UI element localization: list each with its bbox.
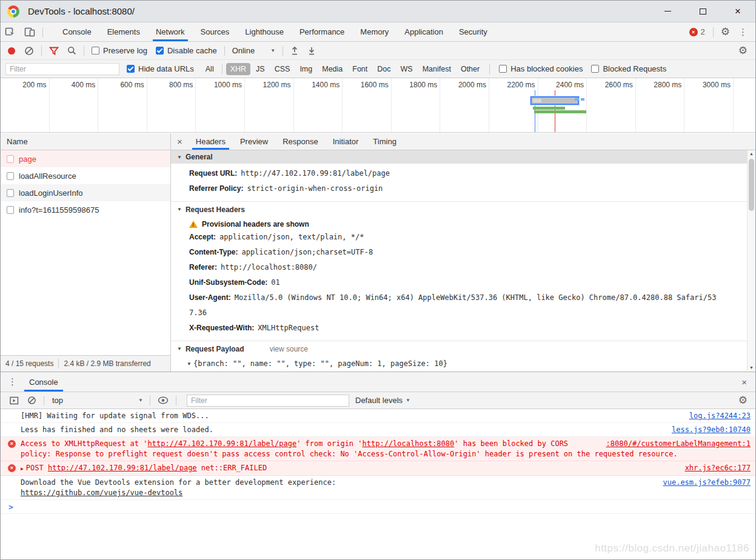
chevron-down-icon: ▼ [406,398,410,403]
requests-summary-bar: 4 / 15 requests 2.4 kB / 2.9 MB transfer… [1,355,170,372]
general-section-header[interactable]: ▼ General [171,150,747,164]
search-button[interactable] [63,42,81,59]
filter-type-xhr[interactable]: XHR [226,63,250,75]
tab-initiator[interactable]: Initiator [326,133,366,150]
drawer-menu-button[interactable]: ⋮ [1,376,23,387]
has-blocked-cookies-toggle[interactable]: Has blocked cookies [499,64,583,73]
filter-type-font[interactable]: Font [348,63,372,75]
tab-security[interactable]: Security [451,22,495,41]
maximize-button[interactable] [685,1,720,22]
waterfall-bar[interactable] [581,98,584,101]
console-sidebar-button[interactable] [5,392,23,408]
filter-type-media[interactable]: Media [318,63,347,75]
close-details-button[interactable]: × [171,136,189,147]
payload-preview-row[interactable]: ▼ {branch: "", name: "", type: "", pageN… [171,356,747,368]
clear-console-button[interactable] [23,392,41,408]
waterfall-bar[interactable] [533,107,565,110]
export-har-button[interactable] [303,42,320,59]
console-prompt[interactable]: > [1,500,755,514]
request-url-link[interactable]: http://47.102.170.99:81/label/page [148,439,297,448]
tab-response[interactable]: Response [275,133,326,150]
console-filter-input[interactable] [187,395,349,407]
devtools-window: DevTools - localhost:8080/ × Console Ele… [0,0,756,560]
tab-application[interactable]: Application [396,22,451,41]
tab-console-drawer[interactable]: Console [23,372,64,392]
filter-type-other[interactable]: Other [457,63,484,75]
request-row-loadloginuserinfo[interactable]: loadLoginUserInfo [1,184,170,201]
disable-cache-checkbox[interactable] [156,47,164,55]
waterfall-bar[interactable] [575,98,579,101]
filter-type-doc[interactable]: Doc [373,63,395,75]
name-column-header[interactable]: Name [1,133,170,150]
filter-type-manifest[interactable]: Manifest [418,63,455,75]
clear-requests-button[interactable] [20,42,38,59]
hide-data-urls-checkbox[interactable] [127,65,135,73]
settings-button[interactable]: ⚙ [717,22,734,41]
filter-type-ws[interactable]: WS [396,63,417,75]
console-settings-button[interactable]: ⚙ [734,392,752,408]
filter-type-js[interactable]: JS [252,63,269,75]
minimize-button[interactable] [650,1,685,22]
expand-triangle-icon[interactable]: ▶ [21,466,24,472]
divider [58,359,59,368]
device-toolbar-button[interactable] [20,22,39,41]
tab-elements[interactable]: Elements [99,22,148,41]
tab-performance[interactable]: Performance [292,22,352,41]
view-source-link[interactable]: view source [270,345,308,353]
scroll-up-icon[interactable]: ▲ [748,152,755,156]
has-blocked-cookies-checkbox[interactable] [499,65,507,73]
scrollbar-thumb[interactable] [749,159,754,211]
request-row-info[interactable]: info?t=1611559598675 [1,201,170,218]
console-empty-area[interactable]: https://blog.csdn.net/jiahao1186 [1,514,755,559]
blocked-requests-toggle[interactable]: Blocked Requests [591,64,666,73]
execution-context-select[interactable]: top ▼ [52,396,143,405]
clear-icon [24,46,34,56]
disable-cache-toggle[interactable]: Disable cache [156,46,217,55]
source-link[interactable]: less.js?9eb0:10740 [672,425,751,435]
error-count-badge[interactable]: × 2 [684,27,710,36]
vue-devtools-link[interactable]: https://github.com/vuejs/vue-devtools [21,488,751,498]
tab-network[interactable]: Network [148,22,193,41]
request-row-page[interactable]: page [1,150,170,167]
tab-headers[interactable]: Headers [189,133,233,150]
details-scrollbar[interactable]: ▲ ▼ [747,150,755,371]
filter-type-all[interactable]: All [201,63,218,75]
close-button[interactable]: × [720,1,755,22]
blocked-requests-checkbox[interactable] [591,65,599,73]
network-filter-input[interactable] [5,63,119,75]
scroll-down-icon[interactable]: ▼ [748,365,755,370]
preserve-log-toggle[interactable]: Preserve log [92,46,147,55]
record-button[interactable] [8,47,15,55]
tab-timing[interactable]: Timing [366,133,404,150]
source-link[interactable]: log.js?4244:23 [689,411,751,421]
request-headers-section-header[interactable]: ▼ Request Headers [171,201,747,217]
source-link[interactable]: :8080/#/customerLabelManagement:1 [606,439,751,449]
import-har-button[interactable] [286,42,303,59]
devtools-menu-button[interactable]: ⋮ [734,22,752,41]
filter-type-img[interactable]: Img [295,63,316,75]
network-settings-button[interactable]: ⚙ [734,42,752,59]
waterfall-bar[interactable] [534,110,586,113]
request-row-loadallresource[interactable]: loadAllResource [1,167,170,184]
log-levels-select[interactable]: Default levels ▼ [355,396,410,405]
filter-toggle-button[interactable] [45,42,63,59]
tab-memory[interactable]: Memory [352,22,396,41]
filter-type-css[interactable]: CSS [270,63,295,75]
inspect-element-button[interactable] [1,22,20,41]
tab-preview[interactable]: Preview [233,133,275,150]
arrow-up-icon [290,46,299,56]
close-drawer-button[interactable]: × [735,377,753,387]
throttling-select[interactable]: Online ▼ [232,46,276,55]
source-link[interactable]: vue.esm.js?efeb:9077 [663,478,751,488]
origin-link[interactable]: http://localhost:8080 [363,439,455,448]
request-payload-section-header[interactable]: ▼ Request Payload view source [171,341,747,356]
request-url-link[interactable]: http://47.102.170.99:81/label/page [48,464,197,472]
tab-sources[interactable]: Sources [193,22,238,41]
live-expression-button[interactable] [153,392,173,408]
hide-data-urls-toggle[interactable]: Hide data URLs [127,64,194,73]
preserve-log-checkbox[interactable] [92,47,99,55]
selected-request-waterfall-bar[interactable] [530,96,579,105]
tab-lighthouse[interactable]: Lighthouse [237,22,292,41]
source-link[interactable]: xhr.js?ec6c:177 [685,463,751,473]
tab-console[interactable]: Console [55,22,99,41]
